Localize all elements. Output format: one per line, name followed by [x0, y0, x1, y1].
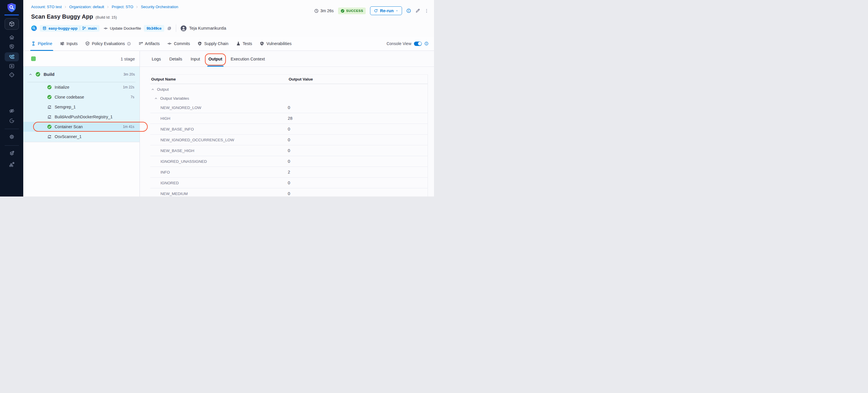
step-list: Initialize1m 22sClone codebase7sSemgrep_…	[23, 82, 140, 142]
scm-trigger-icon	[31, 25, 37, 31]
module-selector-button[interactable]	[5, 18, 19, 30]
copy-icon[interactable]	[167, 26, 172, 31]
breadcrumb-project-sto[interactable]: Project: STO	[112, 5, 133, 9]
group-output-variables[interactable]: Output Variables	[150, 94, 428, 102]
group-output[interactable]: Output	[150, 84, 428, 94]
eye-off-icon	[9, 108, 14, 114]
tab-supply-chain[interactable]: Supply Chain	[197, 37, 228, 51]
clock-icon	[314, 9, 319, 13]
repo-name[interactable]: easy-buggy-app	[49, 26, 78, 31]
tests-icon	[236, 41, 241, 46]
repository-icon	[42, 26, 46, 30]
success-check-icon	[35, 72, 40, 77]
tab-label: Inputs	[67, 41, 78, 46]
detail-tab-output[interactable]: Output	[209, 51, 222, 66]
info-icon[interactable]	[127, 42, 131, 46]
output-row-new-base-info: NEW_BASE_INFO0	[150, 124, 428, 134]
stage-status-chip	[31, 56, 36, 61]
nav-project-setup-icon[interactable]	[5, 149, 19, 157]
policy-icon	[85, 41, 90, 46]
console-view-info-icon[interactable]	[425, 41, 429, 46]
toggle-knob	[418, 42, 422, 46]
chevron-right-icon	[106, 5, 109, 8]
tab-commits[interactable]: Commits	[167, 37, 190, 51]
detail-tab-execution-context[interactable]: Execution Context	[231, 51, 265, 66]
execution-tabbar: PipelineInputsPolicy EvaluationsArtifact…	[23, 37, 434, 51]
step-buildandpushdockerregistry-1[interactable]: BuildAndPushDockerRegistry_1	[23, 112, 140, 122]
step-name: Initialize	[55, 85, 69, 90]
refresh-icon	[374, 9, 378, 13]
meta-divider	[176, 24, 176, 32]
nav-home-icon[interactable]	[5, 33, 19, 41]
nav-accent-divider	[4, 14, 19, 16]
nav-target-icon[interactable]	[5, 71, 19, 79]
nav-eye-off-icon[interactable]	[5, 107, 19, 115]
stage-row-build[interactable]: Build 3m 20s	[23, 66, 140, 82]
stage-panel-header: 1 stage	[23, 51, 140, 66]
avatar-icon	[181, 25, 187, 31]
output-name: IGNORED_UNASSIGNED	[150, 159, 288, 164]
edit-pencil-icon[interactable]	[415, 8, 420, 13]
chevron-up-icon[interactable]	[29, 73, 32, 76]
tab-label: Tests	[243, 41, 252, 46]
tab-artifacts[interactable]: Artifacts	[138, 37, 160, 51]
nav-shield-search-icon[interactable]	[5, 42, 19, 51]
tab-tests[interactable]: Tests	[236, 37, 252, 51]
tab-vulnerabilities[interactable]: Vulnerabilities	[259, 37, 291, 51]
step-name: Semgrep_1	[55, 104, 75, 109]
detail-tab-input[interactable]: Input	[191, 51, 200, 66]
tab-pipeline[interactable]: Pipeline	[31, 37, 52, 51]
output-name: IGNORED	[150, 181, 288, 185]
step-name: BuildAndPushDockerRegistry_1	[55, 115, 113, 119]
commit-sha-pill[interactable]: 9b349ce	[144, 25, 164, 32]
kebab-menu-icon[interactable]	[425, 9, 429, 13]
sto-shield-logo[interactable]	[7, 3, 17, 13]
author: Teja Kummarikuntla	[181, 25, 226, 31]
group-output-label: Output	[157, 87, 169, 92]
info-icon[interactable]	[406, 8, 411, 13]
repo-branch-pill[interactable]: easy-buggy-app main	[40, 25, 99, 32]
detail-tab-logs[interactable]: Logs	[152, 51, 161, 66]
output-value: 0	[288, 138, 428, 142]
console-view-control: Console View	[386, 41, 434, 46]
step-duration: 7s	[130, 95, 134, 99]
execution-header: Account: STO testOrganization: defaultPr…	[23, 0, 434, 37]
nav-divider	[5, 129, 19, 129]
tab-policy-evaluations[interactable]: Policy Evaluations	[85, 37, 131, 51]
supply-chain-icon	[197, 41, 202, 46]
duration-text: 3m 26s	[320, 8, 334, 13]
nav-org-setup-icon[interactable]	[5, 160, 19, 168]
step-clone-codebase[interactable]: Clone codebase7s	[23, 92, 140, 102]
step-semgrep-1[interactable]: Semgrep_1	[23, 102, 140, 112]
pipeline-icon	[31, 41, 36, 46]
detail-tab-details[interactable]: Details	[169, 51, 182, 66]
success-check-icon	[341, 9, 344, 13]
stage-count: 1 stage	[121, 56, 135, 61]
target-icon	[9, 72, 14, 78]
output-name: INFO	[150, 170, 288, 174]
nav-pipeline-nav-icon[interactable]	[5, 52, 19, 61]
step-container-scan[interactable]: Container Scan1m 41s	[23, 122, 140, 132]
nav-executions-icon[interactable]	[5, 62, 19, 70]
loop-strategy-icon	[47, 134, 52, 139]
console-view-toggle[interactable]	[414, 41, 422, 46]
project-setup-icon	[9, 151, 14, 156]
commit-message[interactable]: Update Dockerfile	[103, 26, 141, 31]
breadcrumb-security-orchestration[interactable]: Security Orchestration	[141, 5, 178, 9]
tab-inputs[interactable]: Inputs	[60, 37, 78, 51]
status-badge: SUCCESS	[338, 7, 366, 14]
output-row-new-ignored-low: NEW_IGNORED_LOW0	[150, 102, 428, 113]
nav-settings-gear-icon[interactable]	[5, 132, 19, 141]
nav-power-icon[interactable]	[5, 117, 19, 125]
output-value: 0	[288, 181, 428, 185]
rerun-button[interactable]: Re-run	[370, 6, 402, 15]
output-row-ignored-unassigned: IGNORED_UNASSIGNED0	[150, 156, 428, 167]
branch-name[interactable]: main	[88, 26, 97, 31]
step-initialize[interactable]: Initialize1m 22s	[23, 82, 140, 92]
breadcrumb-account-sto-test[interactable]: Account: STO test	[31, 5, 62, 9]
title-row: Scan Easy Buggy App (Build Id: 15)	[31, 13, 117, 20]
output-name: NEW_BASE_INFO	[150, 127, 288, 131]
step-osvscanner-1[interactable]: OsvScanner_1	[23, 132, 140, 142]
column-output-value: Output Value	[288, 77, 428, 81]
breadcrumb-organization-default[interactable]: Organization: default	[69, 5, 104, 9]
